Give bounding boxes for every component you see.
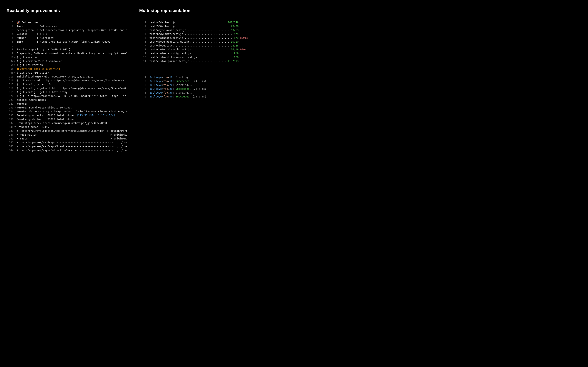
log-text: !Warning: This is a warning bbox=[17, 67, 127, 71]
log-text: remote: We're serving a large number of … bbox=[17, 109, 127, 113]
line-number: 138 bbox=[7, 125, 13, 129]
line-number: 118 bbox=[7, 86, 13, 90]
log-text: Description : Get sources from a reposit… bbox=[17, 28, 127, 32]
gutter bbox=[146, 32, 149, 36]
line-number: 137 bbox=[7, 121, 13, 125]
gutter bbox=[13, 113, 17, 117]
log-row: 3Description : Get sources from a reposi… bbox=[7, 28, 127, 32]
gutter bbox=[146, 59, 149, 63]
line-number: 5 bbox=[7, 36, 13, 40]
log-row: 121remote: Azure Repos bbox=[7, 98, 127, 102]
line-number: 141 bbox=[7, 137, 13, 141]
log-text: + users/abpareek/aadGraphClient --------… bbox=[17, 144, 127, 148]
line-number: 8 bbox=[139, 48, 146, 51]
readability-panel: Readability improvements 1🚀 Get sources2… bbox=[7, 8, 127, 152]
log-text: Prepending Path environment variable wit… bbox=[17, 51, 127, 55]
log-row: 139+ PortingAzureValidationStepPerformer… bbox=[7, 129, 127, 133]
log-row: 133▼remote: Found 66113 objects to send. bbox=[7, 106, 127, 109]
log-row: 10▶$ git version bbox=[7, 55, 127, 59]
test-duration: 90ms bbox=[239, 48, 246, 51]
log-text: 🚀 Get sources bbox=[17, 20, 127, 24]
log-row: 2Task : Get sources bbox=[7, 24, 127, 28]
collapsed-icon[interactable]: ▶ bbox=[13, 63, 17, 67]
gutter bbox=[13, 86, 17, 90]
log-text: remote: bbox=[17, 102, 127, 106]
test-row: 8test/content-length.test.js ...........… bbox=[139, 48, 278, 51]
log-row: 141+ master ----------------------------… bbox=[7, 137, 127, 141]
log-text: Author : Microsoft bbox=[17, 36, 127, 40]
expanded-icon[interactable]: ▼ bbox=[13, 106, 17, 109]
log-text: Version : 1.0.0 bbox=[17, 32, 127, 36]
test-count: 10/10 bbox=[231, 40, 239, 43]
gutter bbox=[146, 95, 149, 99]
test-row: 7test/close.test.js ....................… bbox=[139, 44, 278, 48]
line-number: 143 bbox=[7, 144, 13, 148]
line-number: 1 bbox=[7, 20, 13, 24]
test-text: test/context-config.test.js ............… bbox=[149, 51, 278, 55]
line-number: 8 bbox=[7, 48, 13, 51]
line-number: 10 bbox=[7, 55, 13, 59]
log-row: 137From https://dev.azure.com/mseng/Azur… bbox=[7, 121, 127, 125]
test-count: 6/6 bbox=[234, 56, 239, 59]
line-number: 3 bbox=[7, 28, 13, 32]
gutter bbox=[13, 109, 17, 113]
gutter bbox=[13, 78, 17, 82]
gutter bbox=[146, 55, 149, 59]
log-row: 115Initialized empty Git repository in D… bbox=[7, 75, 127, 78]
step-text: Bullseye/foo/10: Starting... bbox=[149, 75, 278, 79]
test-text: test/content-length.test.js ............… bbox=[149, 48, 278, 51]
log-row: 142+ users/abpareek/aadGraph -----------… bbox=[7, 141, 127, 144]
line-number: 121 bbox=[7, 98, 13, 102]
log-text: + users/abpareek/aadGraph --------------… bbox=[17, 141, 127, 144]
test-row: 9test/context-config.test.js ...........… bbox=[139, 51, 278, 55]
gutter bbox=[13, 141, 17, 144]
test-row: 6test/close-pipelining.test.js .........… bbox=[139, 40, 278, 44]
log-row: 4Version : 1.0.0 bbox=[7, 32, 127, 36]
step-text: Bullseye/foo/10: Succeeded. (24.6 ms) bbox=[149, 79, 278, 83]
step-text: Bullseye/foo/20: Succeeded. (26.4 ms) bbox=[149, 87, 278, 91]
log-row: 118$ git config --get-all http.https://m… bbox=[7, 86, 127, 90]
test-text: test/custom-parser.test.js .............… bbox=[149, 59, 278, 63]
log-text: remote: Found 66113 objects to send. bbox=[17, 106, 127, 109]
log-row: 120$ git -c http.extraheader="AUTHORIZAT… bbox=[7, 94, 127, 98]
log-text: From https://dev.azure.com/mseng/AzureDe… bbox=[17, 121, 127, 125]
log-text: $ git config --get-all http.https://msen… bbox=[17, 86, 127, 90]
line-number: 32 bbox=[7, 59, 13, 63]
gutter bbox=[13, 44, 17, 48]
gutter bbox=[13, 133, 17, 137]
log-row: 122remote: bbox=[7, 102, 127, 106]
line-number: 140 bbox=[7, 133, 13, 137]
line-number: 135 bbox=[7, 113, 13, 117]
gutter bbox=[13, 144, 17, 148]
multistep-title: Multi-step representation bbox=[139, 8, 278, 13]
collapsed-icon[interactable]: ▶ bbox=[13, 59, 17, 63]
log-row: 8Syncing repository: AzDevNext (Git) bbox=[7, 48, 127, 51]
tests-log: 1test/404s.test.js .....................… bbox=[139, 20, 278, 63]
log-row: 32▶$ git version 2.18.0.windows.1 bbox=[7, 59, 127, 63]
log-row: 136Resolving deltas: 33929 total, done. bbox=[7, 117, 127, 121]
collapsed-icon[interactable]: ▶ bbox=[13, 71, 17, 75]
step-row: 5Bullseye/foo/30: Starting... bbox=[139, 91, 278, 95]
line-number: 9 bbox=[139, 51, 146, 55]
gutter bbox=[13, 28, 17, 32]
line-number: 3 bbox=[139, 83, 146, 87]
line-number: 2 bbox=[7, 24, 13, 28]
line-number: 2 bbox=[139, 24, 146, 28]
gutter bbox=[13, 51, 17, 55]
line-number: 2 bbox=[139, 79, 146, 83]
gutter bbox=[13, 129, 17, 133]
log-row: 65!Warning: This is a warning bbox=[7, 67, 127, 71]
collapsed-icon[interactable]: ▶ bbox=[13, 55, 17, 59]
test-count: 113/113 bbox=[228, 59, 239, 63]
readability-title: Readability improvements bbox=[7, 8, 127, 13]
gutter bbox=[13, 36, 17, 40]
test-count: 9/9 bbox=[234, 52, 239, 55]
log-row: 134remote: We're serving a large number … bbox=[7, 109, 127, 113]
expanded-icon[interactable]: ▼ bbox=[13, 125, 17, 129]
gutter bbox=[13, 24, 17, 28]
log-text: $ git lfs version bbox=[17, 63, 127, 67]
test-text: test/500s.test.js ......................… bbox=[149, 24, 278, 28]
step-row: 3Bullseye/foo/20: Starting... bbox=[139, 83, 278, 87]
gutter bbox=[13, 20, 17, 24]
log-row: 5Author : Microsoft bbox=[7, 36, 127, 40]
